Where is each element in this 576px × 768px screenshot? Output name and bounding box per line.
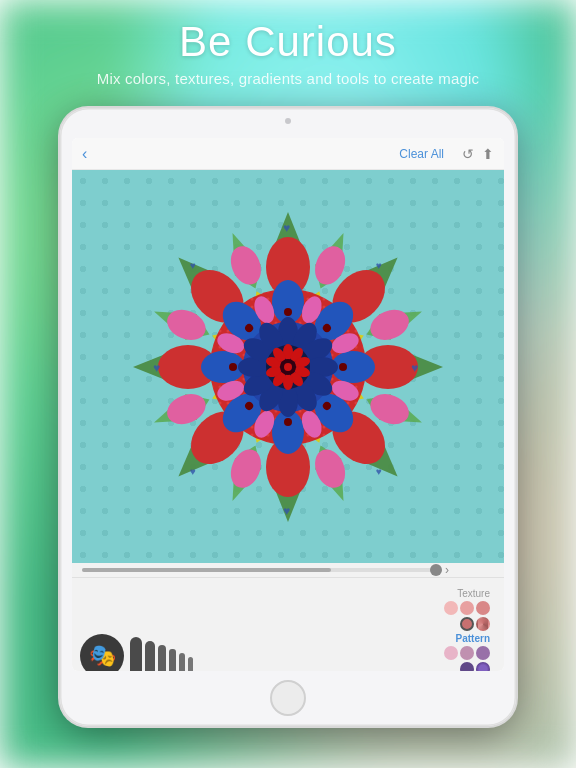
svg-point-99: [284, 363, 292, 371]
texture-label: Texture: [457, 588, 490, 599]
brush-tools: [130, 637, 424, 672]
brush-tool-5[interactable]: [179, 653, 185, 672]
pattern-swatch-2[interactable]: [460, 646, 474, 660]
brush-tool-4[interactable]: [169, 649, 176, 672]
camera-dot: [285, 118, 291, 124]
progress-track[interactable]: [82, 568, 437, 572]
texture-swatch-4[interactable]: [460, 617, 474, 631]
texture-section: Texture: [430, 588, 490, 631]
brush-tool-6[interactable]: [188, 657, 193, 672]
main-title: Be Curious: [0, 18, 576, 66]
mandala-image: ♥ ♥ ♥ ♥ ♥ ♥ ♥ ♥: [118, 197, 458, 537]
progress-handle[interactable]: [430, 564, 442, 576]
svg-text:♥: ♥: [153, 361, 160, 375]
clear-all-button[interactable]: Clear All: [399, 147, 444, 161]
svg-text:♥: ♥: [283, 221, 290, 235]
back-button[interactable]: ‹: [82, 145, 87, 163]
svg-text:♥: ♥: [190, 260, 196, 271]
right-panel: Texture Pattern: [424, 584, 496, 671]
stamp-tool-button[interactable]: 🎭: [80, 634, 124, 672]
pattern-swatch-4[interactable]: [460, 662, 474, 671]
texture-swatches: [430, 601, 490, 631]
svg-text:♥: ♥: [411, 361, 418, 375]
undo-button[interactable]: ↺: [462, 146, 474, 162]
progress-fill: [82, 568, 331, 572]
svg-text:♥: ♥: [376, 260, 382, 271]
ipad-frame: ‹ Clear All ↺ ⬆: [60, 108, 516, 726]
svg-point-83: [284, 418, 292, 426]
pattern-section: Pattern: [430, 633, 490, 671]
title-area: Be Curious Mix colors, textures, gradien…: [0, 18, 576, 87]
tools-row: 🎭: [72, 578, 504, 671]
svg-text:♥: ♥: [190, 466, 196, 477]
svg-text:♥: ♥: [376, 466, 382, 477]
share-button[interactable]: ⬆: [482, 146, 494, 162]
pattern-label: Pattern: [456, 633, 490, 644]
bottom-toolbar: › 🎭: [72, 563, 504, 671]
progress-row: ›: [72, 563, 504, 578]
pattern-swatches: [430, 646, 490, 671]
svg-text:♥: ♥: [283, 504, 290, 518]
pattern-swatch-3[interactable]: [476, 646, 490, 660]
texture-swatch-3[interactable]: [476, 601, 490, 615]
texture-swatch-1[interactable]: [444, 601, 458, 615]
screen: ‹ Clear All ↺ ⬆: [72, 138, 504, 671]
texture-swatch-5[interactable]: [476, 617, 490, 631]
svg-point-79: [284, 308, 292, 316]
stamp-icon: 🎭: [89, 643, 116, 669]
svg-point-85: [229, 363, 237, 371]
canvas-area[interactable]: ♥ ♥ ♥ ♥ ♥ ♥ ♥ ♥: [72, 170, 504, 563]
texture-swatch-2[interactable]: [460, 601, 474, 615]
top-bar: ‹ Clear All ↺ ⬆: [72, 138, 504, 170]
pattern-swatch-1[interactable]: [444, 646, 458, 660]
progress-arrow-icon[interactable]: ›: [445, 563, 449, 577]
brush-tool-3[interactable]: [158, 645, 166, 672]
subtitle: Mix colors, textures, gradients and tool…: [0, 70, 576, 87]
svg-point-81: [339, 363, 347, 371]
brush-tool-1[interactable]: [130, 637, 142, 672]
home-button[interactable]: [270, 680, 306, 716]
brush-tool-2[interactable]: [145, 641, 155, 672]
pattern-swatch-5[interactable]: [476, 662, 490, 671]
